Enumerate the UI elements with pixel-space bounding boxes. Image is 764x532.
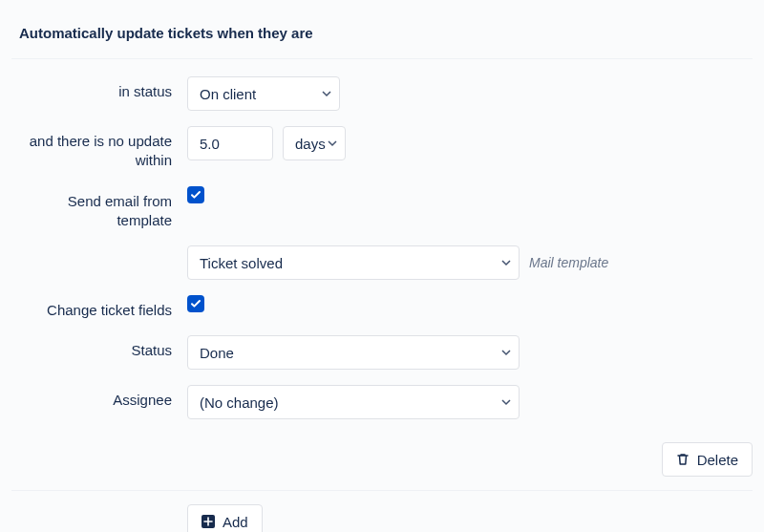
- label-assignee: Assignee: [11, 385, 187, 410]
- row-no-update: and there is no update within days: [11, 126, 753, 171]
- change-fields-checkbox[interactable]: [187, 295, 204, 312]
- rule-rows: in status On client and there is no upda…: [11, 59, 753, 532]
- chevron-down-icon: [501, 397, 511, 407]
- row-assignee: Assignee (No change): [11, 385, 753, 419]
- chevron-down-icon: [322, 89, 331, 98]
- row-new-status: Status Done: [11, 335, 753, 370]
- mail-template-hint: Mail template: [529, 255, 608, 270]
- add-button[interactable]: Add: [187, 504, 263, 532]
- status-filter-value: On client: [200, 86, 256, 102]
- label-send-email: Send email from template: [11, 186, 187, 231]
- new-status-select[interactable]: Done: [187, 335, 520, 370]
- chevron-down-icon: [328, 138, 337, 148]
- duration-unit-select[interactable]: days: [283, 126, 346, 160]
- row-mail-template: Ticket solved Mail template: [11, 245, 753, 280]
- label-no-update: and there is no update within: [11, 126, 187, 171]
- add-row: Add: [187, 491, 753, 532]
- mail-template-select[interactable]: Ticket solved: [187, 245, 520, 280]
- delete-button-label: Delete: [697, 452, 738, 468]
- duration-unit-value: days: [295, 136, 326, 152]
- plus-icon: [202, 515, 215, 528]
- new-status-value: Done: [200, 345, 234, 361]
- label-change-fields: Change ticket fields: [11, 295, 187, 320]
- chevron-down-icon: [501, 348, 511, 357]
- status-filter-select[interactable]: On client: [187, 76, 340, 111]
- label-status: Status: [11, 335, 187, 360]
- section-title: Automatically update tickets when they a…: [11, 19, 753, 59]
- send-email-checkbox[interactable]: [187, 186, 204, 203]
- add-button-label: Add: [223, 514, 248, 530]
- trash-icon: [676, 453, 690, 466]
- check-icon: [190, 298, 202, 309]
- delete-button[interactable]: Delete: [662, 442, 753, 477]
- row-send-email: Send email from template: [11, 186, 753, 231]
- row-in-status: in status On client: [11, 76, 753, 111]
- check-icon: [190, 189, 202, 201]
- mail-template-value: Ticket solved: [200, 255, 283, 271]
- duration-value-input[interactable]: [187, 126, 273, 160]
- label-in-status: in status: [11, 76, 187, 101]
- automation-panel: Automatically update tickets when they a…: [0, 0, 764, 532]
- assignee-select[interactable]: (No change): [187, 385, 520, 419]
- row-change-fields: Change ticket fields: [11, 295, 753, 320]
- assignee-value: (No change): [200, 394, 279, 411]
- delete-row: Delete: [11, 435, 753, 491]
- chevron-down-icon: [501, 258, 511, 267]
